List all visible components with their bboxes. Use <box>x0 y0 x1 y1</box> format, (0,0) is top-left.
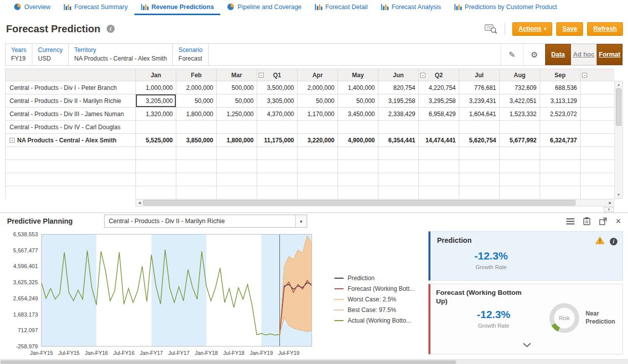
grid-cell[interactable]: 3,422,051 <box>500 94 540 108</box>
gear-icon[interactable]: ⚙ <box>523 44 545 65</box>
grid-cell[interactable] <box>581 108 614 121</box>
grid-cell[interactable] <box>500 160 540 173</box>
column-header-q2[interactable]: -Q2 <box>419 69 459 81</box>
collapse-icon[interactable]: - <box>10 138 15 143</box>
row-header[interactable]: -NA Products - Central - Alex Smith <box>6 134 136 147</box>
grid-cell[interactable] <box>459 186 500 199</box>
grid-cell[interactable]: 2,000,000 <box>298 81 338 94</box>
tab-predictions-by-customer-product[interactable]: Predictions by Customer Product <box>448 0 564 15</box>
splitter-bar[interactable]: ▼ <box>5 207 623 212</box>
grid-cell[interactable] <box>378 173 419 186</box>
grid-cell[interactable]: 688,536 <box>540 81 581 94</box>
format-button[interactable]: Format <box>597 44 622 65</box>
grid-cell[interactable]: 3,195,258 <box>378 94 419 108</box>
tab-overview[interactable]: Overview <box>7 0 57 15</box>
info-icon[interactable]: i <box>107 25 115 33</box>
grid-cell[interactable]: 4,900,000 <box>338 134 378 147</box>
grid-cell[interactable] <box>257 121 298 134</box>
grid-cell[interactable] <box>136 121 176 134</box>
tab-pipeline-and-coverage[interactable]: Pipeline and Coverage <box>220 0 308 15</box>
pov-years[interactable]: YearsFY19 <box>6 44 32 65</box>
edit-pencil-icon[interactable]: ✎ <box>501 44 523 65</box>
grid-cell[interactable]: 820,754 <box>378 81 419 94</box>
grid-cell[interactable] <box>136 160 176 173</box>
grid-cell[interactable]: 4,370,000 <box>257 108 298 121</box>
grid-vertical-scrollbar[interactable]: ▲ ▼ <box>614 81 623 199</box>
grid-cell[interactable]: 50,000 <box>338 94 378 108</box>
row-header[interactable]: Central - Products - Div IV - Carl Dougl… <box>6 121 136 134</box>
grid-cell[interactable] <box>338 121 378 134</box>
grid-cell[interactable] <box>581 94 614 108</box>
grid-cell[interactable] <box>500 173 540 186</box>
grid-cell[interactable]: 3,220,000 <box>298 134 338 147</box>
data-button[interactable]: Data <box>545 44 571 65</box>
grid-cell[interactable]: 3,500,000 <box>257 81 298 94</box>
grid-cell[interactable] <box>217 121 257 134</box>
grid-cell[interactable] <box>136 173 176 186</box>
grid-cell[interactable] <box>581 173 614 186</box>
scroll-down-arrow[interactable]: ▼ <box>617 191 620 198</box>
grid-cell[interactable] <box>136 147 176 160</box>
grid-cell[interactable] <box>257 160 298 173</box>
grid-cell[interactable] <box>176 173 217 186</box>
grid-cell[interactable] <box>136 186 176 199</box>
grid-cell[interactable]: 50,000 <box>298 94 338 108</box>
paste-clipboard-icon[interactable] <box>583 217 591 225</box>
grid-cell[interactable] <box>378 186 419 199</box>
grid-cell[interactable]: 4,220,754 <box>419 81 459 94</box>
grid-cell[interactable]: 1,400,000 <box>338 81 378 94</box>
grid-cell[interactable]: 6,354,441 <box>378 134 419 147</box>
grid-cell[interactable] <box>378 121 419 134</box>
grid-cell[interactable] <box>338 173 378 186</box>
grid-cell[interactable]: 1,523,332 <box>500 108 540 121</box>
grid-cell[interactable] <box>419 173 459 186</box>
grid-cell[interactable]: 3,113,129 <box>540 94 581 108</box>
collapse-panel-button[interactable]: ▼ <box>604 207 614 212</box>
maximize-icon[interactable] <box>599 218 607 225</box>
grid-cell[interactable]: 3,239,431 <box>459 94 500 108</box>
grid-cell[interactable]: 1,800,000 <box>176 108 217 121</box>
refresh-button[interactable]: Refresh <box>587 22 623 36</box>
selected-cell[interactable]: 3,205,000 <box>136 94 176 108</box>
scrollbar-thumb[interactable] <box>616 88 621 126</box>
column-header-mar[interactable]: Mar <box>217 69 257 81</box>
grid-cell[interactable] <box>338 147 378 160</box>
page-horizontal-scrollbar[interactable] <box>0 359 628 364</box>
grid-cell[interactable]: 2,338,429 <box>378 108 419 121</box>
grid-cell[interactable] <box>540 160 581 173</box>
scroll-up-arrow[interactable]: ▲ <box>617 81 620 88</box>
grid-cell[interactable] <box>581 147 614 160</box>
column-header-apr[interactable]: Apr <box>298 69 338 81</box>
column-header-q1[interactable]: -Q1 <box>257 69 298 81</box>
grid-cell[interactable] <box>176 160 217 173</box>
grid-cell[interactable] <box>298 173 338 186</box>
grid-cell[interactable] <box>298 121 338 134</box>
grid-cell[interactable] <box>257 186 298 199</box>
grid-cell[interactable]: 1,000,000 <box>136 81 176 94</box>
grid-cell[interactable] <box>217 147 257 160</box>
grid-cell[interactable]: 14,474,441 <box>419 134 459 147</box>
collapse-icon[interactable]: - <box>420 73 425 78</box>
grid-cell[interactable] <box>419 121 459 134</box>
grid-cell[interactable] <box>257 173 298 186</box>
row-header[interactable]: Central - Products - Div I - Peter Branc… <box>6 81 136 94</box>
column-header-feb[interactable]: Feb <box>176 69 217 81</box>
grid-cell[interactable] <box>378 160 419 173</box>
grid-cell[interactable]: 776,681 <box>459 81 500 94</box>
menu-icon[interactable] <box>566 218 574 225</box>
pov-territory[interactable]: TerritoryNA Products - Central - Alex Sm… <box>69 44 173 65</box>
grid-cell[interactable] <box>176 186 217 199</box>
tab-forecast-detail[interactable]: Forecast Detail <box>308 0 374 15</box>
actions-button[interactable]: Actions▾ <box>512 22 552 36</box>
scrollbar-thumb[interactable] <box>1 360 456 364</box>
column-header-may[interactable]: May <box>338 69 378 81</box>
info-icon[interactable]: i <box>610 238 617 245</box>
grid-cell[interactable] <box>459 147 500 160</box>
close-icon[interactable]: × <box>615 217 621 226</box>
grid-cell[interactable]: 732,609 <box>500 81 540 94</box>
grid-cell[interactable] <box>581 81 614 94</box>
column-header-aug[interactable]: Aug <box>500 69 540 81</box>
scrollbar-thumb[interactable] <box>143 200 575 205</box>
pov-scenario[interactable]: ScenarioForecast <box>173 44 208 65</box>
grid-cell[interactable]: 1,320,000 <box>136 108 176 121</box>
